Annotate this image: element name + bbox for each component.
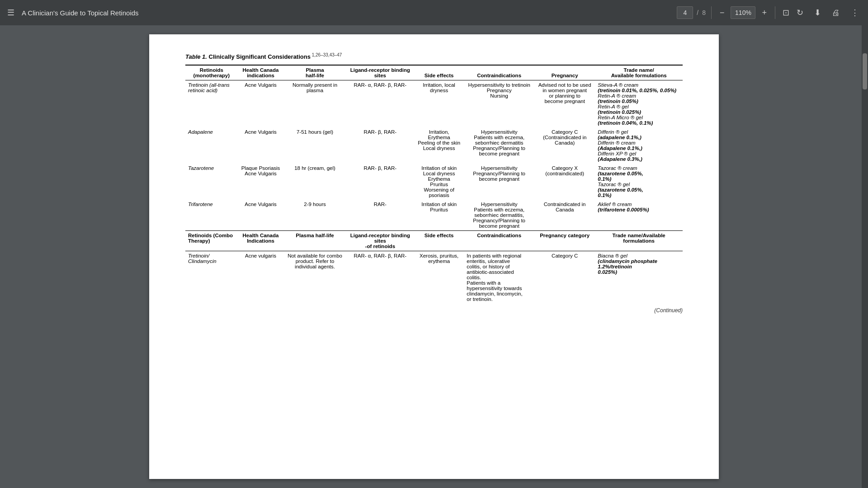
combo-col-ligand: Ligand-receptor bindingsites-of retinoid… bbox=[346, 231, 414, 251]
header-row: Retinoids(monotherapy) Health Canadaindi… bbox=[185, 65, 683, 80]
scrollbar-track[interactable] bbox=[862, 25, 868, 488]
table-reference: 1,26–33,43–47 bbox=[311, 52, 342, 57]
contraindications: HypersensitivityPatients with eczema,seb… bbox=[464, 200, 534, 231]
hc-indication: Plaque PsoriasisAcne Vulgaris bbox=[238, 164, 284, 200]
contraindications: Hypersensitivity to tretinoinPregnancyNu… bbox=[464, 80, 534, 128]
table-label: Table 1. bbox=[185, 53, 209, 60]
col-header-trade: Trade name/Available formulations bbox=[595, 65, 683, 80]
contraindications: In patients with regionalenteritis, ulce… bbox=[464, 251, 534, 304]
drug-name: Tazarotene bbox=[185, 164, 238, 200]
zoom-in-button[interactable]: + bbox=[759, 7, 769, 19]
table-row: Tretinoin/Clindamycin Acne vulgaris Not … bbox=[185, 251, 683, 304]
divider-1 bbox=[711, 6, 712, 19]
drug-name: Tretinoin (all-transretinoic acid) bbox=[185, 80, 238, 128]
document-page: Table 1. Clinically Significant Consider… bbox=[149, 34, 719, 479]
trade-name: Differin ® gel (adapalene 0.1%,) Differi… bbox=[595, 127, 683, 164]
download-button[interactable]: ⬇ bbox=[812, 6, 823, 19]
hc-indication: Acne Vulgaris bbox=[238, 127, 284, 164]
trade-name: Biacna ® gel (clindamycin phosphate1.2%/… bbox=[595, 251, 683, 304]
trade-name: Stieva-A ® cream (tretinoin 0.01%, 0.025… bbox=[595, 80, 683, 128]
side-effects: Irritation of skinLocal drynessErythemaP… bbox=[414, 164, 464, 200]
side-effects: Irritation, localdryness bbox=[414, 80, 464, 128]
side-effects: Irritation,ErythemaPeeling of the skinLo… bbox=[414, 127, 464, 164]
pregnancy: Contraindicated inCanada bbox=[534, 200, 595, 231]
col-header-side: Side effects bbox=[414, 65, 464, 80]
table-row: Trifarotene Acne Vulgaris 2-9 hours RAR-… bbox=[185, 200, 683, 231]
half-life: 18 hr (cream, gel) bbox=[283, 164, 346, 200]
combo-col-hc: Health CanadaIndications bbox=[238, 231, 284, 251]
half-life: 7-51 hours (gel) bbox=[283, 127, 346, 164]
hc-indication: Acne vulgaris bbox=[238, 251, 284, 304]
half-life: Normally present inplasma bbox=[283, 80, 346, 128]
col-header-ligand: Ligand-receptor bindingsites bbox=[346, 65, 414, 80]
half-life: 2-9 hours bbox=[283, 200, 346, 231]
toolbar: ☰ A Clinician's Guide to Topical Retinoi… bbox=[0, 0, 868, 25]
rotate-button[interactable]: ↻ bbox=[795, 6, 805, 19]
page-input[interactable] bbox=[677, 6, 693, 19]
zoom-level: 110% bbox=[731, 6, 755, 19]
hc-indication: Acne Vulgaris bbox=[238, 80, 284, 128]
combo-header-row: Retinoids (ComboTherapy) Health CanadaIn… bbox=[185, 231, 683, 251]
pregnancy: Advised not to be usedin women pregnanto… bbox=[534, 80, 595, 128]
ligand: RAR- bbox=[346, 200, 414, 231]
continued-label: (Continued) bbox=[185, 307, 683, 314]
combo-col-retinoids: Retinoids (ComboTherapy) bbox=[185, 231, 238, 251]
document-title: A Clinician's Guide to Topical Retinoids bbox=[22, 9, 670, 17]
pregnancy: Category C(Contraindicated inCanada) bbox=[534, 127, 595, 164]
side-effects: Irritation of skinPruritus bbox=[414, 200, 464, 231]
table-row: Tazarotene Plaque PsoriasisAcne Vulgaris… bbox=[185, 164, 683, 200]
table-row: Adapalene Acne Vulgaris 7-51 hours (gel)… bbox=[185, 127, 683, 164]
drug-name: Adapalene bbox=[185, 127, 238, 164]
combo-col-trade: Trade name/Availableformulations bbox=[595, 231, 683, 251]
more-button[interactable]: ⋮ bbox=[849, 6, 861, 19]
pregnancy: Category X(contraindicated) bbox=[534, 164, 595, 200]
fit-page-button[interactable]: ⊡ bbox=[781, 6, 791, 19]
col-header-contra: Contraindications bbox=[464, 65, 534, 80]
combo-col-plasma: Plasma half-life bbox=[283, 231, 346, 251]
hc-indication: Acne Vulgaris bbox=[238, 200, 284, 231]
main-table: Retinoids(monotherapy) Health Canadaindi… bbox=[185, 65, 683, 304]
col-header-plasma: Plasmahalf-life bbox=[283, 65, 346, 80]
ligand: RAR- β, RAR- bbox=[346, 127, 414, 164]
table-row: Tretinoin (all-transretinoic acid) Acne … bbox=[185, 80, 683, 128]
half-life: Not available for comboproduct. Refer to… bbox=[283, 251, 346, 304]
toolbar-actions: ⬇ 🖨 ⋮ bbox=[812, 6, 861, 19]
document-container: Table 1. Clinically Significant Consider… bbox=[0, 25, 868, 488]
col-header-retinoids: Retinoids(monotherapy) bbox=[185, 65, 238, 80]
drug-name: Tretinoin/Clindamycin bbox=[185, 251, 238, 304]
pregnancy: Category C bbox=[534, 251, 595, 304]
drug-name: Trifarotene bbox=[185, 200, 238, 231]
contraindications: HypersensitivityPregnancy/Planning tobec… bbox=[464, 164, 534, 200]
page-controls: / 8 − 110% + ⊡ ↻ bbox=[677, 6, 805, 19]
page-total: 8 bbox=[702, 9, 706, 16]
zoom-out-button[interactable]: − bbox=[717, 7, 727, 19]
trade-name: Aklief ® cream (trifarotene 0.0005%) bbox=[595, 200, 683, 231]
combo-col-side: Side effects bbox=[414, 231, 464, 251]
combo-col-pregnancy: Pregnancy category bbox=[534, 231, 595, 251]
contraindications: HypersensitivityPatients with eczema,seb… bbox=[464, 127, 534, 164]
ligand: RAR- β, RAR- bbox=[346, 164, 414, 200]
side-effects: Xerosis, pruritus,erythema bbox=[414, 251, 464, 304]
col-header-hc: Health Canadaindications bbox=[238, 65, 284, 80]
combo-col-contra: Contraindications bbox=[464, 231, 534, 251]
col-header-pregnancy: Pregnancy bbox=[534, 65, 595, 80]
divider-2 bbox=[775, 6, 775, 19]
ligand: RAR- α, RAR- β, RAR- bbox=[346, 80, 414, 128]
trade-name: Tazorac ® cream (tazarotene 0.05%,0.1%) … bbox=[595, 164, 683, 200]
print-button[interactable]: 🖨 bbox=[830, 6, 842, 19]
page-separator: / bbox=[697, 9, 698, 16]
table-name: Clinically Significant Considerations bbox=[209, 53, 311, 60]
ligand: RAR- α, RAR- β, RAR- bbox=[346, 251, 414, 304]
table-title: Table 1. Clinically Significant Consider… bbox=[185, 52, 683, 60]
scrollbar-thumb[interactable] bbox=[863, 53, 867, 89]
menu-icon[interactable]: ☰ bbox=[7, 8, 14, 18]
